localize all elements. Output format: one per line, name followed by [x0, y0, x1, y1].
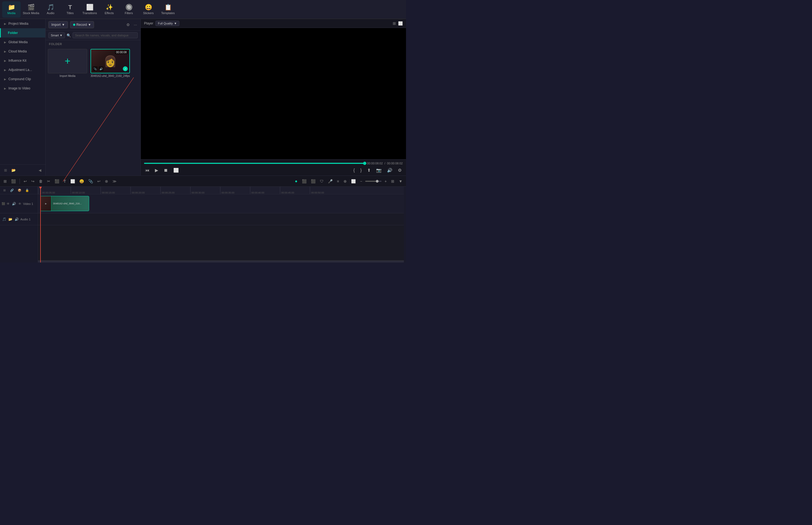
group-track-btn[interactable]: 📦: [16, 187, 23, 194]
timeline-scrollbar[interactable]: [38, 260, 404, 262]
sidebar-item-adjustment-layer[interactable]: ▶ Adjustment La...: [0, 65, 45, 74]
sidebar-item-folder[interactable]: Folder: [0, 28, 45, 38]
camera-button[interactable]: 📷: [375, 167, 382, 174]
tl-screen2-btn[interactable]: ⬛: [310, 178, 317, 184]
tl-box-btn[interactable]: ⬜: [350, 178, 357, 184]
video-track-lock-btn[interactable]: 🔊: [11, 201, 17, 206]
tl-screen-btn[interactable]: ⬛: [301, 178, 308, 184]
tl-more-btn[interactable]: ≫: [111, 178, 118, 184]
toolbar-titles[interactable]: T Titles: [61, 1, 79, 18]
tl-layers-btn[interactable]: ⊕: [342, 178, 348, 184]
sidebar-item-compound-clip[interactable]: ▶ Compound Clip: [0, 74, 45, 84]
tl-undo-btn[interactable]: ↩: [22, 178, 28, 184]
tl-down-btn[interactable]: ▼: [397, 178, 404, 184]
smart-label: Smart: [51, 34, 59, 37]
stop-button[interactable]: ⏹: [163, 167, 169, 174]
tl-mic-btn[interactable]: 🎤: [327, 178, 334, 184]
zoom-track[interactable]: [365, 181, 381, 182]
sidebar-item-project-media[interactable]: ▶ Project Media: [0, 19, 45, 28]
tl-magnet-btn[interactable]: ⬛: [10, 178, 17, 184]
toolbar-media[interactable]: 📁 Media: [2, 1, 21, 18]
video-media-item[interactable]: 00:00:08 📎 🔊 ✓ 3048162-uhd_3840_2160_24f…: [90, 49, 130, 174]
video-track-num: ⬛: [2, 202, 5, 205]
clip-play-icon: ▶: [45, 202, 47, 205]
bracket-open-button[interactable]: {: [352, 167, 356, 174]
timeline-resize-handle[interactable]: [404, 187, 406, 262]
tl-text-btn[interactable]: T: [62, 178, 67, 184]
timeline-ruler: 00:00:05:00 00:00:10:00 00:00:15:00 00:0…: [38, 187, 404, 194]
sidebar-folder-btn[interactable]: 📂: [10, 167, 17, 174]
import-thumb: +: [48, 49, 87, 73]
audio-ctrl-button[interactable]: 🔊: [386, 167, 393, 174]
tl-cut-btn[interactable]: ✂: [46, 178, 51, 184]
tl-delete-btn[interactable]: 🗑: [37, 178, 44, 184]
tl-ripple-btn[interactable]: ⊗: [104, 178, 109, 184]
tl-audio-btn[interactable]: ↩: [96, 178, 102, 184]
tl-shield-btn[interactable]: 🛡: [318, 178, 325, 184]
toolbar-templates[interactable]: 📋 Templates: [159, 1, 177, 18]
record-button[interactable]: Record ▼: [70, 21, 94, 28]
video-track-eye-btn[interactable]: 👁: [6, 201, 10, 206]
tl-green-circle-btn[interactable]: ●: [294, 178, 299, 184]
clip-name: 3048162-uhd_3840_216...: [51, 202, 84, 205]
skip-back-button[interactable]: ⏮: [144, 167, 151, 174]
toolbar-effects[interactable]: ✨ Effects: [100, 1, 119, 18]
export-button[interactable]: ⬆: [366, 167, 372, 174]
settings-button[interactable]: ⚙: [397, 167, 403, 174]
lock-track-btn[interactable]: 🔒: [24, 187, 30, 194]
quality-dropdown[interactable]: Full Quality ▼: [155, 21, 179, 26]
thumb-audio-icon[interactable]: 🔊: [99, 66, 104, 71]
toolbar-stock-media[interactable]: 🎬 Stock Media: [22, 1, 40, 18]
expand-icon-image: ▶: [4, 87, 6, 90]
sidebar-collapse-btn[interactable]: ◀: [37, 167, 43, 174]
smart-dropdown[interactable]: Smart ▼: [48, 32, 65, 38]
search-input[interactable]: [73, 32, 138, 38]
tl-grid-btn[interactable]: ⊞: [2, 178, 8, 184]
audio-track-folder-btn[interactable]: 📂: [8, 217, 13, 222]
record-label: Record: [76, 23, 87, 27]
tl-transform-btn[interactable]: ⬜: [69, 178, 76, 184]
expand-view-icon[interactable]: ⬜: [398, 21, 403, 26]
more-button[interactable]: ···: [133, 22, 138, 28]
toolbar-stickers[interactable]: 😀 Stickers: [139, 1, 157, 18]
import-media-item[interactable]: + Import Media: [48, 49, 87, 174]
sidebar-item-influence-kit[interactable]: ▶ Influence Kit: [0, 56, 45, 65]
tl-minus-zoom-btn[interactable]: −: [359, 178, 364, 184]
tl-crop-btn[interactable]: ⬛: [53, 178, 61, 184]
audio-track-vol-btn[interactable]: 🔊: [14, 217, 19, 222]
fullscreen-button[interactable]: ⬜: [172, 167, 180, 174]
video-clip[interactable]: ▶ 3048162-uhd_3840_216...: [40, 196, 89, 211]
tl-clip-btn[interactable]: 📎: [87, 178, 94, 184]
link-track-btn[interactable]: 🔗: [9, 187, 15, 194]
import-button[interactable]: Import ▼: [48, 21, 68, 28]
toolbar-transitions[interactable]: ⬜ Transitions: [80, 1, 99, 18]
tl-sticker-btn[interactable]: 😀: [78, 178, 85, 184]
video-track-eye2-btn[interactable]: 👁: [18, 201, 22, 206]
sidebar-label-adjustment-layer: Adjustment La...: [9, 68, 32, 72]
toolbar-filters[interactable]: 🔘 Filters: [120, 1, 138, 18]
progress-track[interactable]: [144, 163, 365, 164]
grid-view-icon[interactable]: ⊞: [393, 21, 396, 26]
audio-track-note-btn[interactable]: 🎵: [2, 217, 7, 222]
audio-track-label-row: 🎵 📂 🔊 Audio 1: [0, 213, 38, 225]
bracket-close-button[interactable]: }: [359, 167, 363, 174]
tl-redo-btn[interactable]: ↪: [30, 178, 36, 184]
tl-grid2-btn[interactable]: ⊞: [390, 178, 396, 184]
toolbar-audio[interactable]: 🎵 Audio: [41, 1, 60, 18]
thumb-clip-icon[interactable]: 📎: [93, 66, 97, 71]
expand-icon-cloud: ▶: [4, 50, 6, 53]
sidebar-item-cloud-media[interactable]: ▶ Cloud Media: [0, 47, 45, 56]
audio-track-row: [38, 213, 404, 225]
tl-plus-zoom-btn[interactable]: +: [383, 178, 388, 184]
sidebar-new-btn[interactable]: ⊞: [2, 167, 9, 174]
sidebar-label-folder: Folder: [8, 31, 18, 35]
sidebar-item-global-media[interactable]: ▶ Global Media: [0, 38, 45, 47]
play-button[interactable]: ▶: [154, 167, 159, 174]
tl-list-btn[interactable]: ≡: [336, 178, 341, 184]
ruler-mark-6: 00:00:30:00: [190, 187, 220, 194]
player-right-controls: { } ⬆ 📷 🔊 ⚙: [352, 167, 403, 174]
empty-track-area: [38, 225, 404, 260]
sidebar-item-image-to-video[interactable]: ▶ Image to Video: [0, 84, 45, 93]
add-track-btn[interactable]: ⊞: [1, 187, 7, 194]
filter-button[interactable]: ⚙: [125, 22, 131, 28]
